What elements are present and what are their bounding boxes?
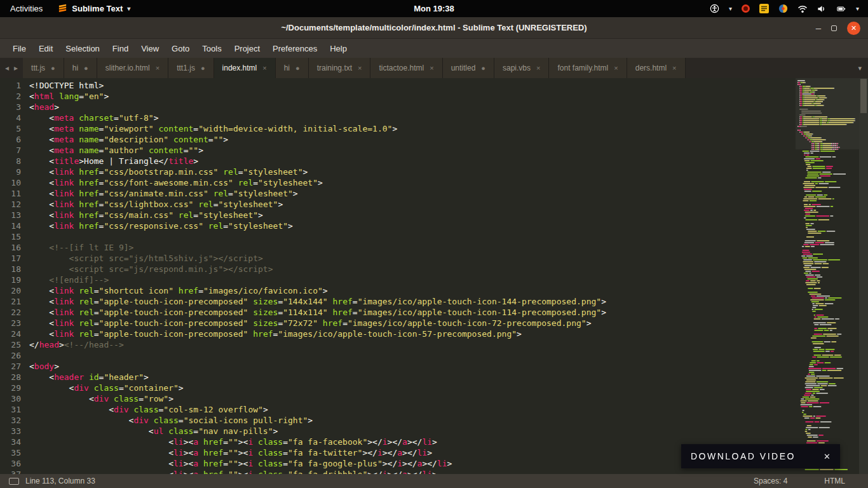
- tab-close-icon[interactable]: ×: [614, 64, 618, 72]
- close-icon: ✕: [851, 24, 857, 32]
- code-line-25: 25</head><!--/head-->: [0, 339, 796, 350]
- window-titlebar[interactable]: ~/Documents/template/multicolor/index.ht…: [0, 17, 868, 39]
- line-number: 23: [0, 318, 29, 329]
- menu-file[interactable]: File: [6, 41, 32, 57]
- minimap[interactable]: [796, 78, 859, 474]
- tab-close-icon[interactable]: ×: [672, 64, 676, 72]
- tab-slither.io.html[interactable]: slither.io.html×: [97, 58, 168, 78]
- code-line-11: 11 <link href="css/animate.min.css" rel=…: [0, 188, 796, 199]
- tab-overflow-menu[interactable]: ▾: [851, 58, 868, 78]
- minimize-button[interactable]: –: [816, 25, 821, 31]
- code-line-9: 9 <link href="css/bootstrap.min.css" rel…: [0, 166, 796, 177]
- menu-tools[interactable]: Tools: [196, 41, 227, 57]
- line-number: 24: [0, 329, 29, 339]
- chevron-down-icon[interactable]: ▾: [856, 5, 859, 12]
- line-number: 14: [0, 220, 29, 231]
- tab-hi[interactable]: hi●: [276, 58, 309, 78]
- close-button[interactable]: ✕: [847, 22, 860, 35]
- tab-close-icon[interactable]: ×: [358, 64, 362, 72]
- line-number: 26: [0, 350, 29, 361]
- indentation-status[interactable]: Spaces: 4: [754, 477, 787, 485]
- line-number: 21: [0, 296, 29, 307]
- tab-ttt1.js[interactable]: ttt1.js●: [168, 58, 214, 78]
- code-line-32: 32 <div class="social-icons pull-right">: [0, 415, 796, 426]
- menu-project[interactable]: Project: [228, 41, 266, 57]
- accessibility-icon[interactable]: [710, 4, 719, 13]
- volume-icon[interactable]: [817, 4, 827, 13]
- tab-close-icon[interactable]: ×: [430, 64, 433, 72]
- line-number: 33: [0, 426, 29, 437]
- line-number: 36: [0, 458, 29, 469]
- screen-recorder-icon[interactable]: [742, 4, 750, 13]
- maximize-button[interactable]: [831, 25, 837, 31]
- tab-training.txt[interactable]: training.txt×: [309, 58, 371, 78]
- tab-untitled[interactable]: untitled●: [443, 58, 494, 78]
- line-number: 16: [0, 242, 29, 253]
- tab-index.html[interactable]: index.html×: [214, 58, 276, 78]
- tab-tictactoe.html[interactable]: tictactoe.html×: [370, 58, 442, 78]
- tab-font-family.html[interactable]: font family.html×: [549, 58, 627, 78]
- tab-modified-dot: ●: [201, 64, 205, 72]
- editor-area[interactable]: 1<!DOCTYPE html>2<html lang="en">3<head>…: [0, 78, 868, 474]
- tab-ttt.js[interactable]: ttt.js●: [23, 58, 64, 78]
- status-bar: Line 113, Column 33 Spaces: 4 HTML: [0, 474, 868, 488]
- tab-close-icon[interactable]: ×: [262, 64, 266, 72]
- notes-tray-icon[interactable]: [759, 4, 769, 13]
- line-number: 31: [0, 404, 29, 415]
- menu-selection[interactable]: Selection: [59, 41, 105, 57]
- menu-goto[interactable]: Goto: [165, 41, 196, 57]
- tabs-scroll-right-icon[interactable]: ▸: [14, 64, 18, 72]
- activities-button[interactable]: Activities: [8, 3, 45, 15]
- tray-chevron-icon[interactable]: ▾: [729, 5, 732, 12]
- tab-list: ttt.js●hi●slither.io.html×ttt1.js●index.…: [23, 58, 851, 78]
- code-lines[interactable]: 1<!DOCTYPE html>2<html lang="en">3<head>…: [0, 78, 796, 474]
- status-icon[interactable]: [9, 478, 19, 485]
- tab-close-icon[interactable]: ×: [156, 64, 159, 72]
- clock[interactable]: Mon 19:38: [414, 4, 454, 13]
- app-menu[interactable]: Sublime Text ▾: [58, 3, 130, 15]
- line-number: 10: [0, 177, 29, 188]
- wifi-icon[interactable]: [797, 4, 808, 13]
- tab-label: font family.html: [557, 64, 608, 72]
- code-line-27: 27<body>: [0, 361, 796, 372]
- tab-label: tictactoe.html: [379, 64, 424, 72]
- code-line-31: 31 <div class="col-sm-12 overflow">: [0, 404, 796, 415]
- tab-label: untitled: [451, 64, 476, 72]
- code-line-24: 24 <link rel="apple-touch-icon-precompos…: [0, 329, 796, 339]
- tab-label: hi: [284, 64, 290, 72]
- menu-find[interactable]: Find: [106, 41, 135, 57]
- menu-view[interactable]: View: [135, 41, 165, 57]
- tab-close-icon[interactable]: ×: [536, 64, 540, 72]
- menu-preferences[interactable]: Preferences: [266, 41, 323, 57]
- menu-edit[interactable]: Edit: [32, 41, 59, 57]
- line-number: 18: [0, 264, 29, 274]
- code-line-15: 15: [0, 231, 796, 242]
- tab-ders.html[interactable]: ders.html×: [627, 58, 686, 78]
- line-number: 5: [0, 123, 29, 134]
- syntax-status[interactable]: HTML: [824, 477, 845, 485]
- battery-icon[interactable]: [836, 4, 846, 13]
- menu-bar: FileEditSelectionFindViewGotoToolsProjec…: [0, 39, 868, 58]
- chevron-down-icon: ▾: [127, 5, 130, 12]
- line-number: 29: [0, 383, 29, 393]
- vertical-scrollbar[interactable]: [859, 78, 868, 474]
- code-line-10: 10 <link href="css/font-awesome.min.css"…: [0, 177, 796, 188]
- tray-app-icon[interactable]: [778, 4, 788, 13]
- tab-sapi.vbs[interactable]: sapi.vbs×: [494, 58, 549, 78]
- tabs-scroll-left-icon[interactable]: ◂: [5, 64, 9, 72]
- tab-hi[interactable]: hi●: [64, 58, 97, 78]
- notification-close-icon[interactable]: ✕: [824, 452, 831, 461]
- tab-bar: ◂ ▸ ttt.js●hi●slither.io.html×ttt1.js●in…: [0, 58, 868, 78]
- scrollbar-thumb[interactable]: [860, 79, 867, 113]
- code-line-8: 8 <title>Home | Triangle</title>: [0, 156, 796, 166]
- download-video-popup[interactable]: DOWNLOAD VIDEO ✕: [681, 444, 840, 468]
- code-line-3: 3<head>: [0, 102, 796, 112]
- tab-label: ttt.js: [31, 64, 45, 72]
- app-menu-label: Sublime Text: [72, 4, 123, 13]
- tab-modified-dot: ●: [481, 64, 485, 72]
- code-line-16: 16 <!--[if lt IE 9]>: [0, 242, 796, 253]
- code-line-4: 4 <meta charset="utf-8">: [0, 112, 796, 123]
- menu-help[interactable]: Help: [323, 41, 353, 57]
- line-number: 8: [0, 156, 29, 166]
- line-number: 7: [0, 145, 29, 156]
